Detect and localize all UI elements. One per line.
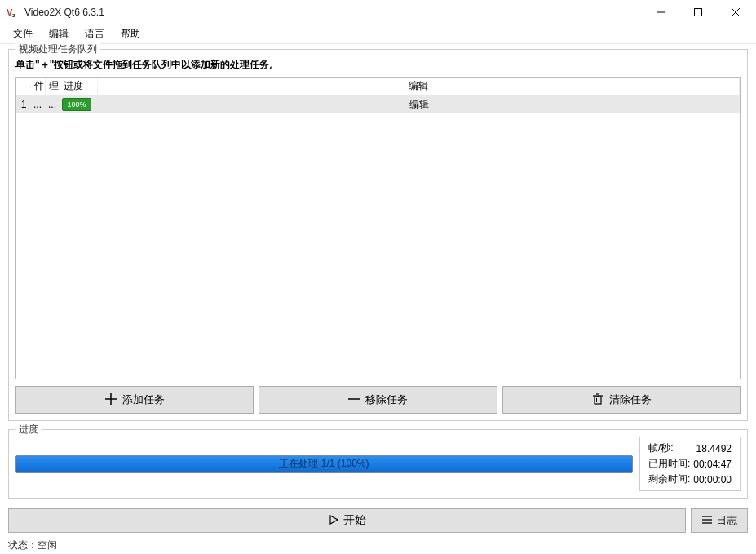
svg-rect-9 [595, 397, 601, 404]
add-task-button[interactable]: 添加任务 [15, 386, 254, 414]
overall-progress-bar: 正在处理 1/1 (100%) [15, 455, 633, 473]
menu-help[interactable]: 帮助 [114, 25, 147, 42]
menu-file[interactable]: 文件 [7, 25, 39, 42]
minimize-button[interactable] [642, 0, 679, 24]
row-proc: ... [46, 98, 60, 111]
plus-icon [104, 392, 117, 408]
row-edit-button[interactable]: 编辑 [98, 97, 740, 113]
row-index: 1 [16, 98, 31, 111]
progress-legend: 进度 [15, 423, 42, 437]
menubar: 文件 编辑 语言 帮助 [0, 24, 756, 44]
minus-icon [347, 392, 360, 408]
progress-group: 进度 正在处理 1/1 (100%) 帧/秒: 18.4492 已用时间: 00… [8, 429, 748, 499]
elapsed-label: 已用时间: [647, 456, 692, 472]
add-task-label: 添加任务 [122, 392, 165, 407]
app-icon: Vz [7, 6, 20, 19]
queue-hint: 单击"＋"按钮或将文件拖到任务队列中以添加新的处理任务。 [15, 58, 741, 72]
row-progress-bar: 100% [62, 98, 91, 111]
status-label: 状态： [8, 538, 38, 552]
window-controls [642, 0, 754, 24]
close-button[interactable] [717, 0, 754, 24]
task-queue-group: 视频处理任务队列 单击"＋"按钮或将文件拖到任务队列中以添加新的处理任务。 件 … [8, 49, 748, 421]
status-value: 空闲 [38, 538, 57, 552]
menu-edit[interactable]: 编辑 [42, 25, 75, 42]
log-icon [701, 515, 713, 527]
col-header-index [16, 85, 31, 88]
start-button[interactable]: 开始 [8, 508, 686, 533]
content-area: 视频处理任务队列 单击"＋"按钮或将文件拖到任务队列中以添加新的处理任务。 件 … [0, 44, 756, 536]
col-header-edit[interactable]: 编辑 [98, 78, 740, 95]
overall-progress-wrap: 正在处理 1/1 (100%) [15, 437, 633, 491]
col-header-file[interactable]: 件 [31, 78, 46, 95]
task-queue-legend: 视频处理任务队列 [15, 42, 100, 56]
elapsed-value: 00:04:47 [692, 456, 733, 472]
svg-marker-14 [330, 516, 338, 524]
svg-text:z: z [12, 11, 15, 19]
fps-label: 帧/秒: [647, 441, 692, 456]
window-title: Video2X Qt6 6.3.1 [24, 7, 642, 18]
task-table-header: 件 理 进度 编辑 [16, 78, 740, 95]
task-actions: 添加任务 移除任务 清除任务 [15, 386, 741, 414]
bottom-controls: 开始 日志 [8, 508, 748, 533]
remove-task-button[interactable]: 移除任务 [259, 386, 497, 414]
remove-task-label: 移除任务 [365, 392, 408, 407]
col-header-proc[interactable]: 理 [46, 78, 60, 95]
titlebar: Vz Video2X Qt6 6.3.1 [0, 0, 756, 24]
remaining-label: 剩余时间: [647, 472, 692, 487]
row-file: ... [31, 98, 46, 111]
fps-value: 18.4492 [692, 441, 733, 456]
log-label: 日志 [716, 513, 737, 528]
clear-tasks-label: 清除任务 [609, 392, 652, 407]
task-table[interactable]: 件 理 进度 编辑 1 ... ... 100% 编辑 [15, 77, 741, 379]
svg-rect-3 [695, 8, 702, 16]
log-button[interactable]: 日志 [691, 508, 748, 533]
start-label: 开始 [343, 513, 366, 528]
trash-icon [591, 392, 604, 408]
stats-box: 帧/秒: 18.4492 已用时间: 00:04:47 剩余时间: 00:00:… [639, 437, 741, 491]
statusbar: 状态： 空闲 [0, 536, 756, 554]
progress-row: 正在处理 1/1 (100%) 帧/秒: 18.4492 已用时间: 00:04… [15, 437, 741, 491]
maximize-button[interactable] [679, 0, 717, 24]
remaining-value: 00:00:00 [692, 472, 733, 487]
table-row[interactable]: 1 ... ... 100% 编辑 [16, 95, 740, 113]
col-header-progress[interactable]: 进度 [60, 78, 98, 95]
row-progress-cell: 100% [60, 96, 98, 113]
clear-tasks-button[interactable]: 清除任务 [502, 386, 741, 414]
progress-text: 正在处理 1/1 (100%) [279, 457, 369, 471]
play-icon [329, 514, 338, 527]
menu-language[interactable]: 语言 [78, 25, 111, 42]
